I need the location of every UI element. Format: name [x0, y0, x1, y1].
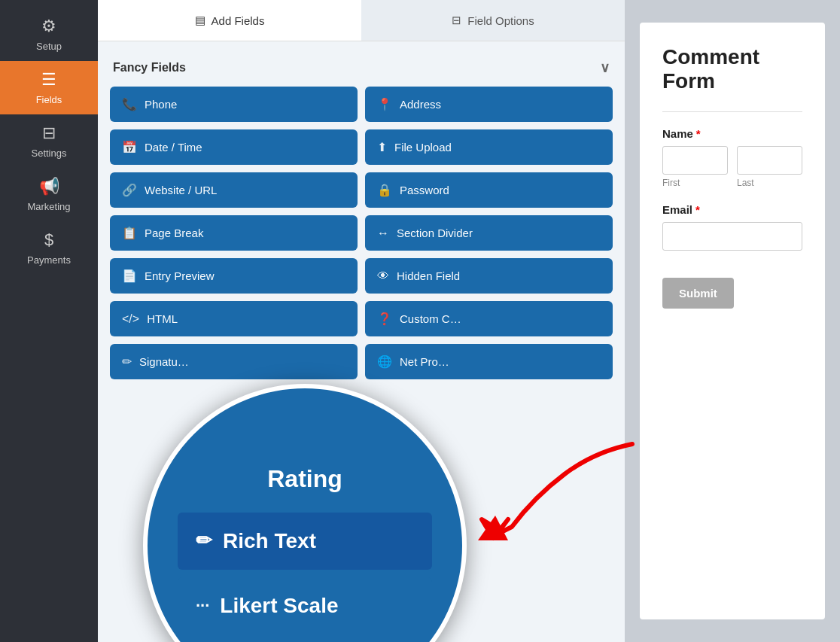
website-icon: 🔗 [122, 183, 137, 197]
field-btn-html-label: HTML [147, 312, 178, 325]
field-btn-section-divider-label: Section Divider [397, 227, 473, 239]
entry-preview-icon: 📄 [122, 269, 137, 283]
likert-icon: ··· [196, 596, 209, 616]
phone-icon: 📞 [122, 97, 137, 111]
datetime-icon: 📅 [122, 140, 137, 154]
net-promoter-icon: 🌐 [377, 354, 392, 369]
field-btn-datetime-label: Date / Time [145, 141, 202, 154]
field-btn-hidden-field[interactable]: 👁 Hidden Field [365, 258, 613, 294]
field-btn-file-upload-label: File Upload [394, 141, 452, 154]
html-icon: </> [122, 312, 139, 326]
zoom-inner: Rating ✏ Rich Text ··· Likert Scale [148, 435, 462, 643]
sidebar-item-fields[interactable]: ☰ Fields [0, 61, 98, 114]
first-sublabel: First [662, 178, 728, 188]
sidebar-item-fields-label: Fields [36, 94, 62, 105]
payments-icon: $ [44, 230, 53, 250]
tab-field-options-label: Field Options [467, 14, 534, 27]
add-fields-icon: ▤ [195, 14, 205, 27]
sidebar-item-setup-label: Setup [36, 41, 62, 52]
name-inputs: First Last [662, 146, 802, 188]
field-options-icon: ⊟ [452, 14, 461, 27]
last-name-input[interactable] [737, 146, 802, 175]
sidebar-item-setup[interactable]: ⚙ Setup [0, 8, 98, 61]
field-btn-phone-label: Phone [145, 98, 177, 111]
tabs-bar: ▤ Add Fields ⊟ Field Options [98, 0, 625, 41]
name-field-group: Name * First Last [662, 127, 802, 188]
field-btn-phone[interactable]: 📞 Phone [110, 87, 358, 122]
signature-icon: ✏ [122, 354, 132, 369]
field-btn-address-label: Address [400, 98, 441, 111]
first-name-group: First [662, 146, 728, 188]
zoom-likert-button[interactable]: ··· Likert Scale [178, 577, 432, 634]
zoom-rich-text-button[interactable]: ✏ Rich Text [178, 513, 432, 570]
form-divider [662, 111, 802, 112]
preview-panel: Comment Form Name * First Last [625, 0, 840, 642]
field-btn-custom[interactable]: ❓ Custom C… [365, 301, 613, 336]
field-btn-password[interactable]: 🔒 Password [365, 172, 613, 208]
tab-field-options[interactable]: ⊟ Field Options [361, 0, 625, 41]
address-icon: 📍 [377, 97, 392, 111]
form-card: Comment Form Name * First Last [640, 23, 825, 619]
sidebar-item-settings-label: Settings [32, 148, 67, 159]
zoom-rating-label: Rating [178, 458, 432, 505]
email-input[interactable] [662, 222, 802, 251]
rich-text-icon: ✏ [196, 529, 212, 552]
field-btn-password-label: Password [400, 184, 449, 196]
field-btn-website-url-label: Website / URL [145, 184, 217, 196]
field-btn-page-break-label: Page Break [145, 227, 203, 239]
field-btn-section-divider[interactable]: ↔ Section Divider [365, 215, 613, 251]
first-name-input[interactable] [662, 146, 728, 175]
field-btn-file-upload[interactable]: ⬆ File Upload [365, 129, 613, 165]
field-btn-net-promoter[interactable]: 🌐 Net Pro… [365, 344, 613, 379]
last-name-group: Last [737, 146, 802, 188]
field-btn-hidden-field-label: Hidden Field [397, 269, 460, 282]
settings-icon: ⊟ [42, 123, 56, 143]
name-label: Name * [662, 127, 802, 140]
email-label: Email * [662, 203, 802, 216]
field-btn-datetime[interactable]: 📅 Date / Time [110, 129, 358, 165]
sidebar-item-marketing-label: Marketing [27, 201, 70, 212]
field-btn-entry-preview[interactable]: 📄 Entry Preview [110, 258, 358, 294]
chevron-down-icon[interactable]: ∨ [600, 59, 610, 76]
zoom-likert-label: Likert Scale [220, 594, 338, 618]
gear-icon: ⚙ [41, 17, 56, 36]
sidebar-item-settings[interactable]: ⊟ Settings [0, 114, 98, 168]
field-btn-net-promoter-label: Net Pro… [400, 355, 449, 368]
form-title: Comment Form [662, 45, 802, 93]
fields-grid: 📞 Phone 📍 Address 📅 Date / Time ⬆ File U… [110, 87, 613, 379]
tab-add-fields[interactable]: ▤ Add Fields [98, 0, 361, 41]
page-break-icon: 📋 [122, 226, 137, 240]
fancy-fields-header: Fancy Fields ∨ [110, 53, 613, 87]
field-btn-custom-label: Custom C… [400, 312, 461, 325]
field-btn-signature-label: Signatu… [139, 355, 189, 368]
fancy-fields-label: Fancy Fields [113, 61, 186, 75]
field-btn-address[interactable]: 📍 Address [365, 87, 613, 122]
custom-icon: ❓ [377, 312, 392, 326]
sidebar-item-marketing[interactable]: 📢 Marketing [0, 168, 98, 221]
field-btn-html[interactable]: </> HTML [110, 301, 358, 336]
sidebar: ⚙ Setup ☰ Fields ⊟ Settings 📢 Marketing … [0, 0, 98, 642]
file-upload-icon: ⬆ [377, 140, 387, 154]
tab-add-fields-label: Add Fields [212, 14, 265, 27]
last-sublabel: Last [737, 178, 802, 188]
sidebar-item-payments[interactable]: $ Payments [0, 221, 98, 275]
fields-icon: ☰ [41, 70, 56, 90]
sidebar-item-payments-label: Payments [27, 254, 71, 266]
email-required-star: * [695, 203, 700, 216]
field-btn-signature[interactable]: ✏ Signatu… [110, 344, 358, 379]
section-divider-icon: ↔ [377, 227, 389, 240]
field-btn-entry-preview-label: Entry Preview [145, 269, 215, 282]
marketing-icon: 📢 [39, 177, 59, 196]
email-field-group: Email * [662, 203, 802, 251]
submit-button[interactable]: Submit [662, 278, 734, 309]
zoom-rich-text-label: Rich Text [223, 529, 316, 553]
hidden-field-icon: 👁 [377, 269, 389, 283]
password-icon: 🔒 [377, 183, 392, 197]
field-btn-website-url[interactable]: 🔗 Website / URL [110, 172, 358, 208]
field-btn-page-break[interactable]: 📋 Page Break [110, 215, 358, 251]
name-required-star: * [696, 127, 701, 140]
